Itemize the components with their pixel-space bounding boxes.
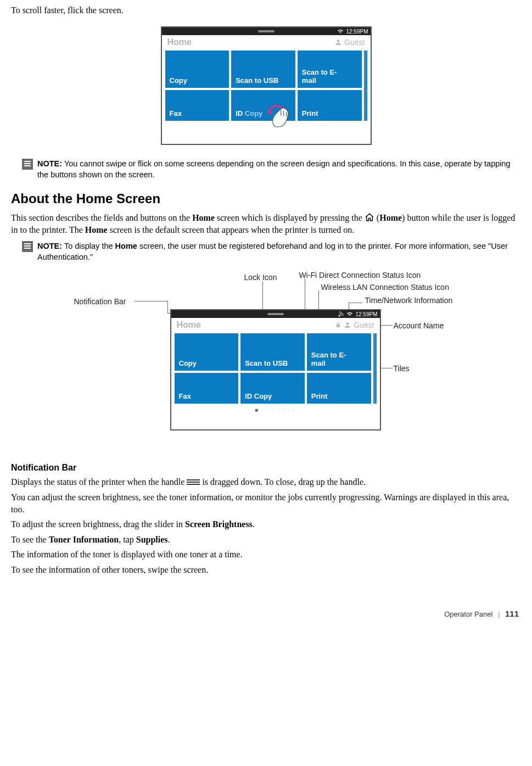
tiles-grid: Copy Fax Scan to USB ID Copy Scan to E- … bbox=[171, 331, 380, 405]
wifi-direct-icon bbox=[338, 311, 344, 317]
label-lock-icon: Lock Icon bbox=[244, 273, 277, 282]
tile-copy[interactable]: Copy bbox=[175, 333, 239, 371]
tile-scan-usb[interactable]: Scan to USB bbox=[231, 51, 295, 88]
handle-icon bbox=[187, 479, 200, 485]
notif-para-6: To see the information of other toners, … bbox=[11, 564, 521, 576]
printer-touchscreen-labeled: 12:59PM Home Guest Copy Fax Scan to USB … bbox=[170, 309, 381, 430]
label-wlan: Wireless LAN Connection Status Icon bbox=[321, 283, 449, 292]
notif-para-2: You can adjust the screen brightness, se… bbox=[11, 491, 521, 515]
note-body: You cannot swipe or flick on some screen… bbox=[37, 159, 511, 179]
tile-fax[interactable]: Fax bbox=[175, 373, 239, 404]
footer-page-number: 111 bbox=[505, 609, 519, 618]
tile-scan-email[interactable]: Scan to E- mail bbox=[298, 51, 362, 88]
notif-para-4: To see the Toner Information, tap Suppli… bbox=[11, 534, 521, 546]
screen-title: Home bbox=[167, 37, 192, 47]
page-indicator: ■ · · · · · · · bbox=[171, 405, 380, 418]
page-footer: Operator Panel | 111 bbox=[11, 609, 521, 618]
printer-touchscreen: 12:59PM Home Guest Copy Fax Scan to USB … bbox=[161, 26, 372, 145]
label-tiles: Tiles bbox=[394, 364, 410, 373]
notif-para-3: To adjust the screen brightness, drag th… bbox=[11, 518, 521, 530]
drag-handle-icon[interactable] bbox=[258, 30, 275, 32]
note-icon bbox=[22, 159, 33, 170]
home-icon bbox=[365, 213, 374, 222]
note-prefix: NOTE: bbox=[37, 242, 62, 250]
next-page-strip[interactable] bbox=[373, 333, 377, 404]
wifi-icon bbox=[337, 28, 344, 35]
footer-section: Operator Panel bbox=[444, 610, 492, 618]
status-time: 12:59PM bbox=[346, 29, 368, 35]
label-time-net: Time/Network Information bbox=[365, 296, 453, 305]
tile-id-copy[interactable]: ID Copy bbox=[240, 373, 305, 404]
tile-copy[interactable]: Copy bbox=[165, 51, 229, 88]
next-page-strip[interactable] bbox=[364, 51, 367, 121]
label-wifi-direct: Wi-Fi Direct Connection Status Icon bbox=[299, 271, 421, 279]
note-home-auth: NOTE: To display the Home screen, the us… bbox=[22, 241, 521, 262]
account-name: Guest bbox=[354, 321, 374, 329]
note-prefix: NOTE: bbox=[37, 159, 62, 168]
title-bar: Home Guest bbox=[162, 35, 371, 48]
screen-title: Home bbox=[177, 320, 201, 330]
svg-point-1 bbox=[339, 315, 340, 317]
lock-icon bbox=[335, 322, 341, 328]
intro-text: To scroll faster, flick the screen. bbox=[11, 5, 521, 15]
account-area[interactable]: Guest bbox=[335, 321, 374, 329]
tile-fax[interactable]: Fax bbox=[165, 90, 229, 121]
account-area[interactable]: Guest bbox=[334, 38, 365, 47]
label-notification-bar: Notification Bar bbox=[74, 297, 126, 306]
person-icon bbox=[334, 38, 342, 46]
title-bar: Home Guest bbox=[171, 318, 380, 331]
note-icon bbox=[22, 241, 33, 252]
note-flick-limitation: NOTE: You cannot swipe or flick on some … bbox=[22, 159, 521, 180]
notification-bar[interactable]: 12:59PM bbox=[171, 310, 380, 318]
tile-scan-usb[interactable]: Scan to USB bbox=[240, 333, 305, 371]
tile-scan-email[interactable]: Scan to E- mail bbox=[307, 333, 371, 371]
notif-para-5: The information of the toner is displaye… bbox=[11, 549, 521, 561]
figure-flick-screen: 12:59PM Home Guest Copy Fax Scan to USB … bbox=[11, 26, 521, 145]
figure-home-labeled: Lock Icon Wi-Fi Direct Connection Status… bbox=[74, 271, 458, 452]
wifi-icon bbox=[346, 311, 353, 317]
notif-para-1: Displays the status of the printer when … bbox=[11, 476, 521, 488]
drag-handle-icon[interactable] bbox=[267, 313, 284, 315]
flick-gesture-icon bbox=[262, 95, 295, 128]
account-name: Guest bbox=[344, 38, 365, 47]
label-account: Account Name bbox=[394, 321, 444, 330]
about-home-paragraph: This section describes the fields and bu… bbox=[11, 212, 521, 236]
tile-print[interactable]: Print bbox=[307, 373, 371, 404]
tile-print[interactable]: Print bbox=[298, 90, 362, 121]
heading-about-home: About the Home Screen bbox=[11, 191, 521, 206]
heading-notification-bar: Notification Bar bbox=[11, 463, 521, 473]
person-icon bbox=[344, 321, 351, 329]
status-time: 12:59PM bbox=[355, 311, 377, 317]
notification-bar[interactable]: 12:59PM bbox=[162, 27, 371, 35]
